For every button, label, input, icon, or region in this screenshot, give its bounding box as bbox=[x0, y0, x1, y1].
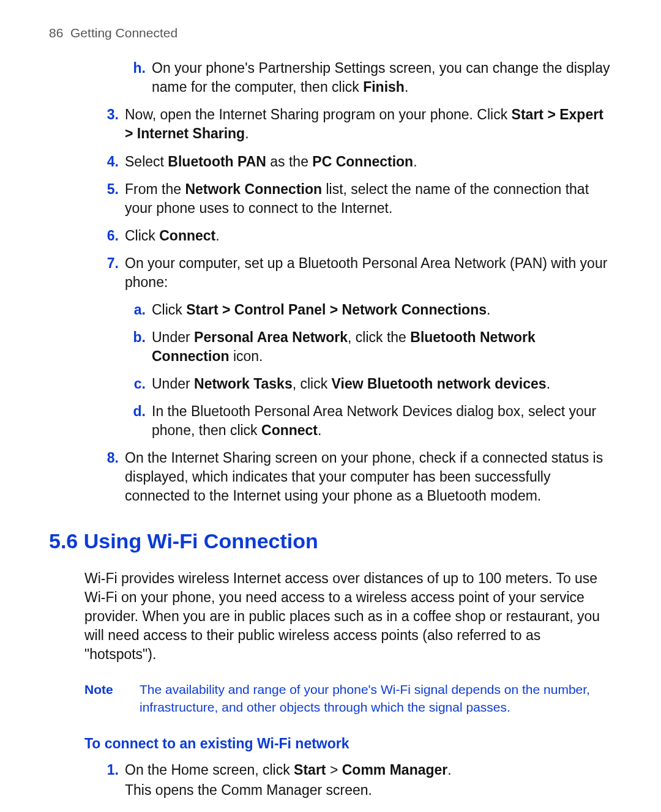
step-marker: d. bbox=[132, 402, 152, 440]
step-marker: 6. bbox=[104, 226, 125, 245]
step-body: Under Network Tasks, click View Bluetoot… bbox=[152, 374, 612, 393]
step-6: 6. Click Connect. bbox=[104, 226, 612, 245]
step-body: Now, open the Internet Sharing program o… bbox=[125, 105, 612, 143]
step-body: Select Bluetooth PAN as the PC Connectio… bbox=[125, 152, 612, 171]
step-7c: c. Under Network Tasks, click View Bluet… bbox=[132, 374, 612, 393]
step-body: On the Home screen, click Start > Comm M… bbox=[125, 761, 612, 800]
page-number: 86 bbox=[49, 26, 63, 40]
section-heading: 5.6 Using Wi-Fi Connection bbox=[49, 527, 612, 556]
step-body: On your computer, set up a Bluetooth Per… bbox=[125, 254, 612, 292]
step-body: Click Start > Control Panel > Network Co… bbox=[152, 300, 612, 319]
note-label: Note bbox=[84, 681, 140, 716]
step-marker: 7. bbox=[104, 254, 125, 292]
wifi-step-1: 1. On the Home screen, click Start > Com… bbox=[104, 761, 612, 800]
step-7d: d. In the Bluetooth Personal Area Networ… bbox=[132, 402, 612, 440]
step-body: On the Internet Sharing screen on your p… bbox=[125, 449, 612, 505]
step-marker: 4. bbox=[104, 152, 125, 171]
step-marker: 1. bbox=[104, 761, 125, 800]
step-7a: a. Click Start > Control Panel > Network… bbox=[132, 300, 612, 319]
sub-heading: To connect to an existing Wi-Fi network bbox=[84, 734, 612, 753]
step-body: Under Personal Area Network, click the B… bbox=[152, 328, 612, 366]
step-body: Click Connect. bbox=[125, 226, 612, 245]
step-body: From the Network Connection list, select… bbox=[125, 180, 612, 218]
step-h: h. On your phone's Partnership Settings … bbox=[132, 59, 612, 97]
step-marker: 5. bbox=[104, 180, 125, 218]
step-8: 8. On the Internet Sharing screen on you… bbox=[104, 449, 612, 505]
step-body: In the Bluetooth Personal Area Network D… bbox=[152, 402, 612, 440]
step-body: On your phone's Partnership Settings scr… bbox=[152, 59, 612, 97]
page-header: 86 Getting Connected bbox=[49, 24, 612, 42]
step-marker: a. bbox=[132, 300, 152, 319]
section-intro: Wi-Fi provides wireless Internet access … bbox=[84, 569, 612, 664]
note-body: The availability and range of your phone… bbox=[140, 681, 612, 716]
step-subline: This opens the Comm Manager screen. bbox=[125, 781, 612, 800]
step-marker: b. bbox=[132, 328, 152, 366]
step-4: 4. Select Bluetooth PAN as the PC Connec… bbox=[104, 152, 612, 171]
step-7b: b. Under Personal Area Network, click th… bbox=[132, 328, 612, 366]
chapter-title: Getting Connected bbox=[70, 26, 177, 40]
step-marker: h. bbox=[132, 59, 152, 97]
step-3: 3. Now, open the Internet Sharing progra… bbox=[104, 105, 612, 143]
step-marker: c. bbox=[132, 374, 152, 393]
step-7: 7. On your computer, set up a Bluetooth … bbox=[104, 254, 612, 292]
note-block: Note The availability and range of your … bbox=[84, 681, 612, 716]
step-marker: 8. bbox=[104, 449, 125, 505]
step-5: 5. From the Network Connection list, sel… bbox=[104, 180, 612, 218]
step-marker: 3. bbox=[104, 105, 125, 143]
